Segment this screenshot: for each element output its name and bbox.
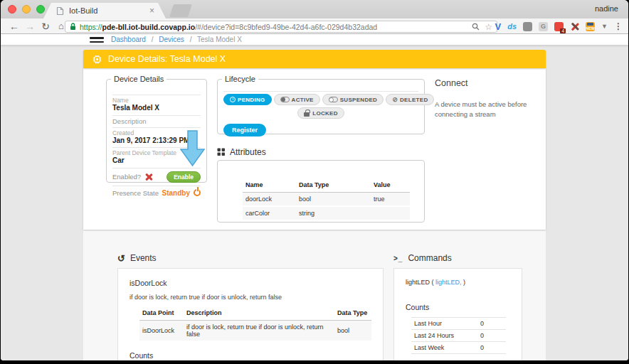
ev-cell: isDoorLock xyxy=(139,321,184,342)
events-card: isDoorLock if door is lock, return true … xyxy=(117,268,384,360)
url-domain: pde-bll.iot-build.covapp.io xyxy=(102,23,196,31)
forward-button: → xyxy=(23,19,36,33)
back-button[interactable]: ← xyxy=(8,19,21,33)
refresh-button[interactable]: ↻ xyxy=(39,19,52,33)
new-badge-extension-icon[interactable]: NEW xyxy=(586,22,595,31)
events-heading: ↺ Events xyxy=(117,253,157,263)
connect-title: Connect xyxy=(435,78,543,88)
annotation-arrow-down-icon xyxy=(180,130,206,167)
count-row: Last Hour 0 xyxy=(411,317,506,329)
presence-state-row: Presence State Standby xyxy=(112,186,201,200)
table-row[interactable]: carColor string xyxy=(243,206,410,220)
new-tab-button[interactable] xyxy=(169,4,192,17)
device-details-legend: Device Details xyxy=(111,75,166,83)
page-title: Device Details: Tesla Model X xyxy=(108,54,226,64)
address-bar[interactable]: https://pde-bll.iot-build.covapp.io/#/de… xyxy=(65,21,497,33)
count-row: Last 24 Hours 0 xyxy=(411,329,506,341)
events-counts-title: Counts xyxy=(130,351,371,360)
page-favicon-icon xyxy=(56,6,64,16)
v-extension-icon[interactable]: V xyxy=(495,21,502,32)
attributes-icon xyxy=(217,148,226,156)
page-content: Device Details: Tesla Model X Device Det… xyxy=(1,45,628,360)
attr-cell xyxy=(371,206,410,220)
breadcrumb-devices-link[interactable]: Devices xyxy=(159,36,184,43)
zoom-window-button[interactable] xyxy=(36,5,45,14)
url-scheme: https:// xyxy=(80,23,102,31)
description-label: Description xyxy=(112,117,201,125)
clock-icon xyxy=(230,97,236,102)
tab-close-icon[interactable]: × xyxy=(149,6,154,15)
tab-strip: Iot-Build × nadine xyxy=(1,0,628,18)
count-label: Last Hour xyxy=(414,320,480,327)
register-button[interactable]: Register xyxy=(223,124,266,136)
command-signature: lightLED ( lightLED, ) xyxy=(406,279,510,286)
browser-menu-icon[interactable]: ⋮ xyxy=(614,22,623,31)
attr-cell: doorLock xyxy=(243,193,296,207)
name-field: Name Tesla Model X xyxy=(112,95,201,116)
bookmark-star-icon[interactable]: ☆ xyxy=(485,23,492,31)
count-label: Last 24 Hours xyxy=(414,332,480,339)
count-value: 0 xyxy=(480,332,503,339)
command-link[interactable]: lightLED, xyxy=(435,279,462,286)
divider xyxy=(223,91,418,92)
state-locked-pill[interactable]: LOCKED xyxy=(297,107,344,119)
commands-heading: >_ Commands xyxy=(393,253,452,263)
history-icon: ↺ xyxy=(117,254,125,263)
ds-extension-icon[interactable]: ds xyxy=(507,22,517,31)
table-row[interactable]: doorLock bool true xyxy=(243,193,410,207)
chip-icon xyxy=(92,54,102,65)
profile-name: nadine xyxy=(595,4,618,13)
count-label: Last Week xyxy=(414,344,480,351)
events-title: Events xyxy=(130,253,157,263)
attr-cell: carColor xyxy=(243,206,296,220)
attr-col-datatype: Data Type xyxy=(296,179,371,193)
extensions-row: V ds G 4 NEW ▼ ⋮ xyxy=(495,20,623,33)
name-label: Name xyxy=(112,97,201,104)
lower-section: ↺ Events isDoorLock if door is lock, ret… xyxy=(83,230,546,360)
terminal-icon: >_ xyxy=(393,255,403,262)
commands-title: Commands xyxy=(408,253,451,263)
command-name: lightLED ( xyxy=(406,279,434,286)
scissors-extension-icon[interactable] xyxy=(570,22,579,31)
gray-extension-icon[interactable] xyxy=(523,22,532,31)
breadcrumb-bar: Dashboard / Devices / Tesla Model X xyxy=(1,34,628,45)
browser-window: Iot-Build × nadine ← → ↻ ⌂ https://pde-b… xyxy=(1,0,628,360)
browser-tab[interactable]: Iot-Build × xyxy=(43,3,166,18)
connect-note: A device must be active before connectin… xyxy=(435,100,543,120)
attr-cell: string xyxy=(296,206,371,220)
window-controls xyxy=(8,5,45,14)
attr-col-value: Value xyxy=(371,179,410,193)
device-details-header: Device Details: Tesla Model X xyxy=(83,50,546,68)
g-extension-icon[interactable]: G xyxy=(539,22,548,31)
power-icon[interactable] xyxy=(194,189,201,196)
close-window-button[interactable] xyxy=(8,5,16,14)
count-row: Last Week 0 xyxy=(411,341,506,354)
event-description: if door is lock, return true if door is … xyxy=(130,294,371,301)
state-deleted-pill[interactable]: ⊘DELETED xyxy=(386,94,434,105)
search-icon[interactable] xyxy=(472,23,480,31)
chevron-down-icon[interactable]: ▼ xyxy=(601,23,608,30)
minimize-window-button[interactable] xyxy=(22,5,31,14)
lifecycle-panel: Lifecycle PENDING ACTIVE SUSPENDED ⊘DELE… xyxy=(217,79,425,134)
attr-cell: true xyxy=(371,193,410,207)
state-pending-pill[interactable]: PENDING xyxy=(223,94,272,105)
name-value: Tesla Model X xyxy=(112,104,201,113)
breadcrumb: Dashboard / Devices / Tesla Model X xyxy=(111,36,242,43)
lifecycle-legend: Lifecycle xyxy=(222,75,258,83)
ev-col-description: Description xyxy=(184,307,334,321)
ev-col-datapoint: Data Point xyxy=(139,307,184,321)
enable-button[interactable]: Enable xyxy=(166,171,201,183)
state-suspended-pill[interactable]: SUSPENDED xyxy=(322,94,384,105)
state-active-pill[interactable]: ACTIVE xyxy=(274,94,320,105)
red-extension-icon[interactable]: 4 xyxy=(554,22,564,31)
event-name: isDoorLock xyxy=(130,279,371,287)
breadcrumb-dashboard-link[interactable]: Dashboard xyxy=(111,36,146,43)
enabled-row: Enabled? Enable xyxy=(112,168,201,186)
hamburger-menu-icon[interactable] xyxy=(90,37,104,45)
browser-toolbar: ← → ↻ ⌂ https://pde-bll.iot-build.covapp… xyxy=(1,18,628,34)
presence-state-value: Standby xyxy=(162,189,190,197)
table-row[interactable]: isDoorLock if door is lock, return true … xyxy=(139,321,371,342)
attributes-heading: Attributes xyxy=(217,147,266,157)
disabled-x-icon xyxy=(145,173,152,181)
command-close-paren: ) xyxy=(463,279,465,286)
